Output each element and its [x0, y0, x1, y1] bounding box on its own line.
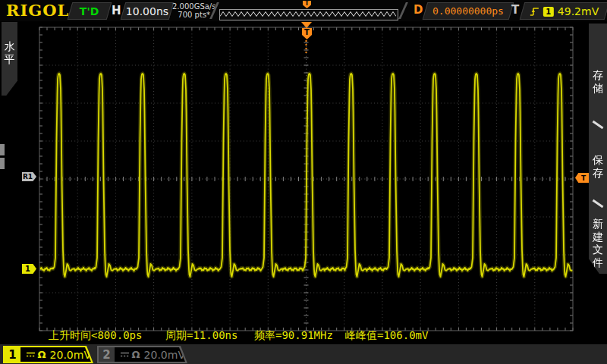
menu-divider — [592, 198, 604, 209]
channel2-box[interactable]: 2 Ω 20.0mV — [97, 346, 187, 363]
measurement-period: 周期=11.00ns — [165, 329, 237, 343]
sample-rate: 2.000GSa/s — [172, 2, 215, 11]
dc-coupling-icon — [26, 351, 34, 358]
trigger-settings-box[interactable]: 1 49.2mV — [520, 2, 607, 20]
trigger-position-arrow[interactable] — [301, 22, 312, 28]
menu-panel-storage: 存储 保存 新建文件 — [589, 24, 607, 274]
left-edge-block — [0, 158, 5, 169]
channel1-scale: 20.0mV — [50, 349, 91, 361]
channel2-scale: 20.0mV — [144, 349, 185, 361]
measurement-peak-peak: 峰峰值=106.0mV — [345, 329, 428, 343]
trigger-status-text: T'D — [80, 5, 99, 17]
channel1-impedance: Ω — [38, 349, 46, 360]
channel1-box[interactable]: 1 Ω 20.0mV — [3, 346, 93, 363]
waveform-display — [0, 0, 607, 364]
timebase-box[interactable]: 10.00ns — [121, 2, 175, 20]
rising-edge-icon — [530, 6, 539, 17]
delay-box[interactable]: 0.00000000ps — [423, 2, 514, 20]
oscilloscope-screen: RIGOL T'D H 10.00ns 2.000GSa/s 700 pts* … — [0, 0, 607, 364]
horizontal-label: H — [112, 4, 121, 17]
menu-item-storage[interactable]: 存储 — [592, 69, 604, 95]
channel2-impedance: Ω — [132, 349, 140, 360]
waveform-preview-bar[interactable] — [219, 9, 398, 20]
delay-value: 0.00000000ps — [432, 5, 504, 17]
channel2-badge: 2 — [99, 347, 115, 362]
trigger-source-badge: 1 — [543, 6, 554, 16]
timebase-value: 10.00ns — [126, 5, 168, 17]
preview-zigzag — [220, 10, 396, 18]
menu-tab-horizontal-label: 水平 — [4, 40, 16, 66]
rigol-logo: RIGOL — [6, 1, 69, 20]
delay-label: D — [414, 3, 423, 17]
dc-coupling-icon — [120, 351, 128, 358]
trigger-status-badge: T'D — [68, 2, 112, 20]
menu-item-save[interactable]: 保存 — [592, 154, 604, 180]
menu-item-new-file[interactable]: 新建文件 — [592, 218, 604, 269]
top-status-bar: RIGOL T'D H 10.00ns 2.000GSa/s 700 pts* … — [0, 0, 607, 21]
preview-trigger-marker[interactable]: T — [303, 1, 311, 8]
channel-status-bar: 1 Ω 20.0mV 2 Ω 20.0mV — [0, 343, 607, 364]
left-edge-block — [0, 144, 5, 155]
measurement-frequency: 频率=90.91MHz — [254, 329, 333, 343]
menu-divider — [592, 119, 604, 130]
channel1-badge: 1 — [5, 347, 20, 362]
trigger-label: T — [511, 3, 519, 17]
trigger-level-value: 49.2mV — [558, 5, 599, 17]
sample-rate-block: 2.000GSa/s 700 pts* — [172, 2, 215, 19]
divider — [398, 2, 408, 19]
measurement-rise-time: 上升时间<800.0ps — [49, 329, 142, 343]
